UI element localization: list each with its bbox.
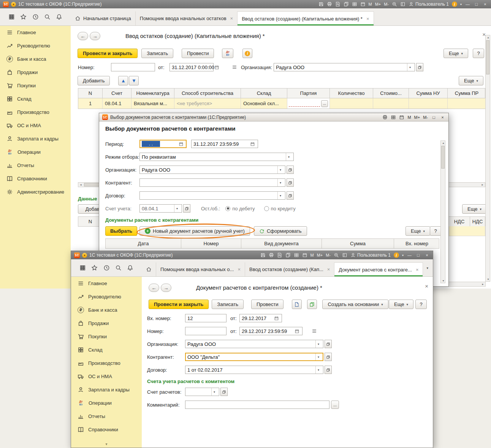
- dropdown-icon[interactable]: ▾: [407, 63, 413, 71]
- tab-assistant[interactable]: Помощник ввода начальных остатков ×: [136, 11, 238, 25]
- panels-icon[interactable]: [342, 252, 347, 258]
- history-clock-icon[interactable]: [103, 265, 110, 271]
- list-icon[interactable]: [312, 328, 317, 334]
- tab-close-icon[interactable]: ×: [327, 267, 330, 272]
- sidebar-item-purchases[interactable]: Покупки: [71, 330, 142, 343]
- sidebar-item-operations[interactable]: ДтКтОперации: [71, 396, 142, 410]
- tab-home[interactable]: [142, 262, 156, 276]
- dialog-help-button[interactable]: ?: [430, 226, 441, 236]
- memory-mplus-button[interactable]: М+: [375, 2, 381, 6]
- counterparty-open-button[interactable]: [287, 178, 294, 187]
- organization-open-button[interactable]: [325, 340, 332, 348]
- add-row-button[interactable]: Добавить: [78, 76, 110, 85]
- save-icon[interactable]: [260, 252, 266, 258]
- tab-assistant[interactable]: Помощник ввода начальных о... ×: [156, 262, 245, 276]
- cell-n[interactable]: 1: [78, 98, 103, 109]
- tab-close-icon[interactable]: ×: [238, 267, 241, 272]
- dropdown-icon[interactable]: ▾: [277, 192, 283, 199]
- tab-close-icon[interactable]: ×: [416, 267, 419, 273]
- calendar-icon[interactable]: [360, 2, 366, 7]
- new-document-button[interactable]: Новый документ расчетов (ручной учет): [139, 226, 250, 236]
- comment-input[interactable]: [185, 401, 329, 409]
- sidebar-more-icon[interactable]: ▾: [71, 442, 142, 446]
- column-header[interactable]: N: [78, 88, 103, 98]
- calendar-icon[interactable]: [214, 63, 219, 71]
- memory-m-button[interactable]: М: [369, 2, 372, 6]
- memory-m-button[interactable]: М: [407, 115, 411, 120]
- help-button[interactable]: ?: [473, 49, 484, 58]
- sidebar-item-sales[interactable]: Продажи: [71, 317, 142, 330]
- sidebar-item-operations[interactable]: ДтКтОперации: [0, 145, 71, 159]
- column-header[interactable]: Количество: [330, 88, 373, 98]
- settlement-account-open-button[interactable]: [220, 388, 228, 396]
- maximize-button[interactable]: □: [431, 115, 437, 120]
- debit-radio-label[interactable]: по дебету: [232, 206, 255, 211]
- incoming-date-input[interactable]: 29.12.2017: [239, 314, 282, 322]
- cell-account[interactable]: 08.04.1: [103, 98, 131, 109]
- apps-icon[interactable]: [79, 265, 86, 271]
- sidebar-item-fixed-assets[interactable]: ОС и НМА: [71, 370, 142, 383]
- table-icon[interactable]: [294, 252, 299, 258]
- calendar-icon[interactable]: [294, 327, 300, 335]
- tab-home[interactable]: Начальная страница: [71, 11, 136, 25]
- sidebar-item-sales[interactable]: Продажи: [0, 66, 71, 79]
- sidebar-item-payroll-hr[interactable]: Зарплата и кадры: [0, 132, 71, 145]
- info-dropdown-icon[interactable]: ▾: [460, 3, 462, 6]
- sidebar-item-purchases[interactable]: Покупки: [0, 79, 71, 92]
- memory-mplus-button[interactable]: М+: [414, 115, 420, 120]
- cell-quantity[interactable]: [330, 98, 373, 109]
- save-icon[interactable]: [318, 2, 324, 7]
- favorites-star-icon[interactable]: [20, 14, 27, 20]
- column-header[interactable]: Партия: [287, 88, 330, 98]
- credit-radio[interactable]: [264, 206, 269, 211]
- column-header[interactable]: НДС: [448, 217, 470, 226]
- organization-input[interactable]: Радуга ООО▾: [139, 166, 285, 174]
- column-header[interactable]: Вх. номер: [394, 239, 440, 248]
- table-row[interactable]: 1 08.04.1 Вязальная м... <не требуется> …: [78, 98, 485, 109]
- calendar-icon[interactable]: [399, 115, 404, 120]
- date-input[interactable]: 29.12.2017 23:59:59: [239, 327, 303, 335]
- credit-radio-label[interactable]: по кредиту: [271, 206, 296, 211]
- column-header[interactable]: Дата: [106, 239, 181, 248]
- calendar-icon[interactable]: [249, 140, 256, 148]
- scroll-up-icon[interactable]: ▴: [441, 141, 446, 145]
- more-button[interactable]: Еще▾: [443, 49, 468, 58]
- calendar-icon[interactable]: [302, 252, 307, 258]
- apps-icon[interactable]: [8, 14, 15, 20]
- sidebar-item-main[interactable]: Главное: [71, 277, 142, 290]
- memory-mminus-button[interactable]: М-: [423, 115, 428, 120]
- dialog-vertical-scrollbar[interactable]: ▴ ▾: [440, 140, 445, 283]
- dropdown-icon[interactable]: ▾: [277, 166, 283, 174]
- more-button[interactable]: Еще▾: [389, 300, 413, 309]
- batch-edit-field[interactable]: [289, 100, 320, 107]
- dropdown-icon[interactable]: ▾: [286, 153, 291, 161]
- memory-mminus-button[interactable]: М-: [326, 253, 331, 257]
- create-based-on-button[interactable]: Создать на основании▾: [322, 300, 388, 309]
- table-icon[interactable]: [391, 115, 396, 120]
- back-button[interactable]: ←: [149, 284, 159, 292]
- user-badge[interactable]: Пользователь 1: [409, 2, 449, 7]
- move-down-button[interactable]: ▼: [129, 76, 139, 85]
- dropdown-icon[interactable]: ▾: [277, 179, 283, 186]
- debit-radio[interactable]: [225, 206, 230, 211]
- post-button[interactable]: Провести: [251, 300, 284, 309]
- dialog-more-button[interactable]: Еще▾: [405, 226, 430, 236]
- write-button[interactable]: Записать: [141, 49, 173, 58]
- lower-more-button[interactable]: Еще▾: [462, 204, 487, 214]
- info-icon[interactable]: i: [394, 252, 399, 258]
- sidebar-item-main[interactable]: Главное: [0, 26, 71, 39]
- help-button[interactable]: ?: [415, 300, 427, 309]
- scroll-right-icon[interactable]: ▸: [480, 282, 485, 286]
- tab-close-icon[interactable]: ×: [366, 16, 369, 22]
- scroll-right-icon[interactable]: ▸: [480, 183, 485, 187]
- column-header[interactable]: Способ строительства: [174, 88, 241, 98]
- forward-button[interactable]: →: [90, 32, 100, 40]
- settlement-account-input[interactable]: ▾: [185, 388, 219, 396]
- memory-mplus-button[interactable]: М+: [317, 253, 323, 257]
- close-button[interactable]: ×: [424, 253, 430, 257]
- move-up-button[interactable]: ▲: [118, 76, 128, 85]
- cell-sum-pr[interactable]: [448, 98, 486, 109]
- main-menu-dropdown-icon[interactable]: ▾: [82, 253, 87, 258]
- mode-select[interactable]: По реквизитам▾: [139, 153, 294, 161]
- scroll-down-icon[interactable]: ▾: [486, 277, 491, 281]
